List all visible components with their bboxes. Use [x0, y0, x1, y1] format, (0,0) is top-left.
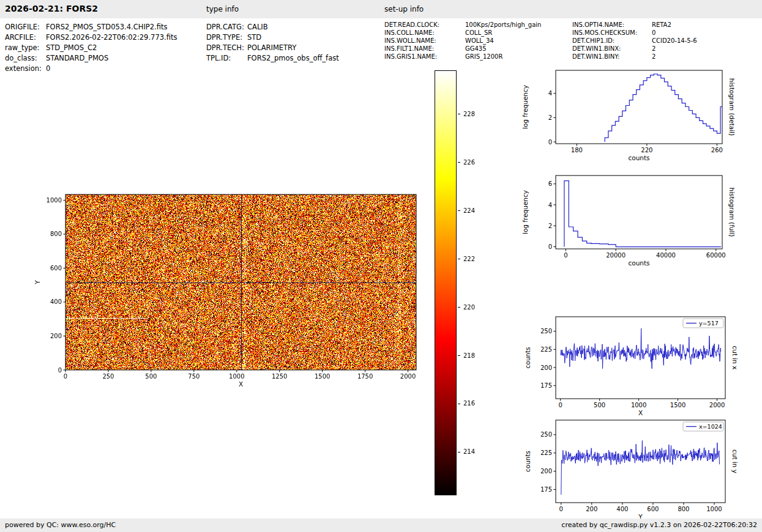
- svg-text:histogram (full): histogram (full): [728, 188, 736, 237]
- svg-text:Y: Y: [34, 280, 41, 285]
- svg-text:40000: 40000: [656, 252, 676, 259]
- svg-text:log frequency: log frequency: [521, 190, 529, 234]
- meta-value: WOLL_34: [465, 37, 494, 45]
- colorbar-tick-label: 220: [463, 303, 475, 311]
- svg-text:counts: counts: [524, 347, 531, 368]
- colorbar-tick-label: 224: [463, 207, 475, 215]
- meta-row: INS.MOS.CHECKSUM:0: [572, 29, 697, 37]
- svg-text:4: 4: [548, 202, 552, 209]
- meta-row: ARCFILE:FORS2.2026-02-22T06:02:29.773.fi…: [5, 32, 177, 43]
- type-info-block: DPR.CATG:CALIBDPR.TYPE:STDDPR.TECH:POLAR…: [206, 22, 339, 64]
- svg-text:2: 2: [548, 114, 552, 121]
- svg-text:800: 800: [50, 231, 62, 237]
- colorbar: 214216218220222224226228: [435, 70, 496, 498]
- svg-text:0: 0: [558, 402, 562, 408]
- svg-text:600: 600: [50, 265, 62, 272]
- svg-text:counts: counts: [524, 451, 531, 472]
- meta-value: FORS2_pmos_obs_off_fast: [247, 53, 339, 64]
- svg-text:2: 2: [548, 223, 552, 229]
- meta-value: 0: [46, 64, 50, 74]
- svg-text:500: 500: [145, 373, 157, 380]
- header-bar: 2026-02-21: FORS2 type info set-up info: [0, 0, 762, 18]
- colorbar-tickmark: [458, 307, 460, 308]
- meta-value: 0: [652, 29, 656, 37]
- svg-text:20000: 20000: [606, 252, 626, 259]
- svg-text:log frequency: log frequency: [521, 85, 529, 129]
- svg-text:600: 600: [647, 506, 659, 512]
- meta-row: DPR.TYPE:STD: [206, 32, 339, 43]
- svg-text:180: 180: [571, 147, 583, 153]
- meta-row: DET.WIN1.BINY:2: [572, 53, 697, 61]
- meta-label: INS.FILT1.NAME:: [384, 45, 465, 53]
- meta-label: INS.OPTI4.NAME:: [572, 21, 652, 29]
- meta-value: GRIS_1200R: [465, 53, 502, 61]
- meta-row: INS.WOLL.NAME:WOLL_34: [384, 37, 541, 45]
- svg-text:500: 500: [594, 402, 605, 408]
- svg-text:0: 0: [559, 506, 563, 512]
- meta-row: DET.CHIP1.ID:CCID20-14-5-6: [572, 37, 697, 45]
- svg-text:1750: 1750: [357, 373, 373, 380]
- footer-qc-link[interactable]: powered by QC: www.eso.org/HC: [5, 521, 116, 529]
- meta-label: DET.WIN1.BINX:: [572, 45, 652, 53]
- cut-in-y-plot: 02004006008001000175200225250Ycountscut …: [520, 412, 760, 519]
- colorbar-tickmark: [458, 114, 460, 114]
- colorbar-tick-label: 218: [463, 352, 475, 360]
- svg-text:260: 260: [711, 147, 723, 153]
- meta-label: do_class:: [5, 53, 46, 64]
- svg-text:200: 200: [586, 506, 597, 512]
- colorbar-tick-label: 222: [463, 255, 475, 263]
- meta-label: DET.READ.CLOCK:: [384, 21, 465, 29]
- meta-row: INS.GRIS1.NAME:GRIS_1200R: [384, 53, 541, 61]
- svg-text:cut in x: cut in x: [731, 345, 739, 369]
- meta-row: INS.FILT1.NAME:GG435: [384, 45, 541, 53]
- footer-bar: powered by QC: www.eso.org/HC created by…: [0, 519, 762, 532]
- raw-image-plot: 0250500750100012501500175020000200400600…: [24, 183, 447, 405]
- setup-info-block-left: DET.READ.CLOCK:100Kps/2ports/high_gainIN…: [384, 21, 541, 61]
- setup-info-block-right: INS.OPTI4.NAME:RETA2INS.MOS.CHECKSUM:0DE…: [572, 21, 697, 61]
- histogram-detail-plot: 180220260024countslog frequencyhistogram…: [520, 61, 760, 174]
- setup-info-heading: set-up info: [384, 5, 424, 13]
- svg-text:225: 225: [540, 449, 552, 456]
- meta-row: INS.COLL.NAME:COLL_SR: [384, 29, 541, 37]
- meta-value: GG435: [465, 45, 487, 53]
- svg-text:1000: 1000: [47, 197, 62, 204]
- svg-text:60000: 60000: [706, 252, 726, 259]
- colorbar-tickmark: [458, 162, 460, 163]
- svg-text:200: 200: [540, 364, 552, 371]
- meta-row: TPL.ID:FORS2_pmos_obs_off_fast: [206, 53, 339, 64]
- svg-text:0: 0: [564, 252, 567, 259]
- colorbar-tick-label: 226: [463, 158, 475, 166]
- colorbar-tickmark: [458, 452, 460, 453]
- svg-text:250: 250: [102, 373, 114, 380]
- colorbar-tickmark: [458, 404, 460, 404]
- svg-text:6: 6: [548, 180, 552, 187]
- svg-text:histogram (detail): histogram (detail): [728, 78, 736, 136]
- colorbar-tick-label: 216: [463, 399, 475, 407]
- meta-row: DPR.TECH:POLARIMETRY: [206, 43, 339, 53]
- svg-text:counts: counts: [628, 154, 649, 161]
- colorbar-gradient: [435, 70, 457, 495]
- meta-row: INS.OPTI4.NAME:RETA2: [572, 21, 697, 29]
- meta-label: extension:: [5, 64, 46, 74]
- cut-in-x-plot: 0500100015002000175200225250Xcountscut i…: [520, 309, 760, 418]
- svg-text:200: 200: [50, 333, 62, 339]
- svg-text:2000: 2000: [400, 373, 416, 380]
- meta-row: do_class:STANDARD_PMOS: [5, 53, 177, 64]
- svg-text:0: 0: [64, 373, 67, 380]
- footer-created-by: created by qc_rawdisp.py v1.2.3 on 2026-…: [561, 521, 757, 529]
- svg-text:175: 175: [540, 382, 552, 389]
- svg-text:1000: 1000: [631, 402, 646, 408]
- colorbar-tickmark: [458, 259, 460, 259]
- meta-value: COLL_SR: [465, 29, 492, 37]
- meta-label: INS.WOLL.NAME:: [384, 37, 465, 45]
- svg-text:800: 800: [678, 506, 689, 512]
- svg-text:x=1024: x=1024: [699, 423, 722, 430]
- meta-label: ARCFILE:: [5, 32, 46, 43]
- meta-value: 100Kps/2ports/high_gain: [465, 21, 541, 29]
- svg-text:220: 220: [641, 147, 652, 153]
- svg-text:750: 750: [188, 373, 200, 380]
- svg-text:cut in y: cut in y: [731, 449, 739, 473]
- file-info-block: ORIGFILE:FORS2_PMOS_STD053.4.CHIP2.fitsA…: [5, 22, 177, 74]
- meta-value: CCID20-14-5-6: [652, 37, 697, 45]
- meta-row: DET.WIN1.BINX:2: [572, 45, 697, 53]
